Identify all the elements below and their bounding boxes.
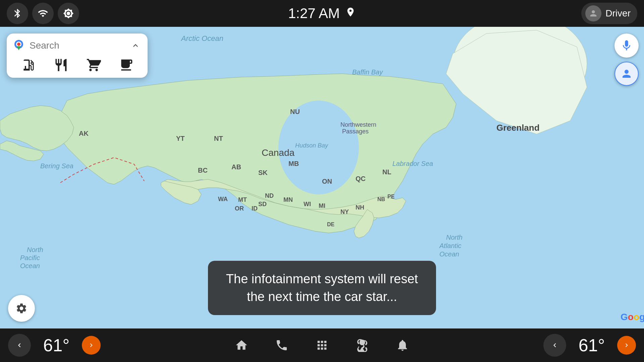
driver-label: Driver [605,8,631,19]
fan-button[interactable] [350,333,374,357]
svg-text:ID: ID [252,205,258,212]
search-categories [12,58,142,72]
svg-text:MN: MN [283,196,293,203]
svg-point-53 [17,43,20,46]
svg-text:WA: WA [218,196,228,202]
svg-text:OR: OR [235,205,244,212]
driver-avatar [585,5,601,21]
svg-text:MB: MB [288,160,299,167]
google-maps-logo [12,39,25,52]
voice-search-button[interactable] [614,34,639,58]
svg-text:North: North [27,246,43,253]
svg-text:Google: Google [621,312,644,322]
temp-increase-right-button[interactable] [617,336,636,355]
svg-text:Atlantic: Atlantic [439,242,462,249]
svg-text:Ocean: Ocean [439,250,459,258]
svg-text:DE: DE [327,222,335,227]
svg-text:Arctic Ocean: Arctic Ocean [180,34,223,43]
svg-text:NH: NH [356,204,364,211]
svg-text:SD: SD [258,201,267,207]
svg-text:Baffin Bay: Baffin Bay [352,68,383,76]
svg-text:ND: ND [265,192,274,199]
system-toast: The infotainment system will reset the n… [208,261,436,315]
time-display: 1:27 AM [288,5,340,21]
svg-text:AB: AB [231,163,241,171]
top-bar: 1:27 AM Driver [0,0,644,27]
svg-text:Labrador Sea: Labrador Sea [392,160,433,167]
home-button[interactable] [229,333,254,357]
search-input-label[interactable]: Search [30,40,125,51]
svg-text:NT: NT [214,135,223,142]
svg-text:NL: NL [382,168,391,176]
driver-button[interactable]: Driver [581,3,637,24]
svg-text:QC: QC [356,175,366,182]
left-temperature-display: 61° [36,335,76,355]
toast-text: The infotainment system will reset the n… [226,272,418,304]
user-profile-button[interactable] [614,62,639,86]
phone-button[interactable] [270,333,294,357]
top-bar-right: Driver [581,3,637,24]
svg-text:NU: NU [290,108,300,115]
temp-decrease-right-button[interactable] [543,334,566,357]
svg-text:Bering Sea: Bering Sea [40,162,73,170]
search-collapse-button[interactable] [129,39,142,52]
bluetooth-button[interactable] [7,3,28,24]
gas-station-button[interactable] [21,58,36,72]
svg-text:ON: ON [322,178,332,185]
bottom-center-nav [229,333,415,357]
svg-text:AK: AK [79,130,89,137]
svg-text:WI: WI [304,201,311,207]
temp-increase-left-button[interactable] [82,336,101,355]
search-widget: Search [7,34,148,78]
svg-text:Greenland: Greenland [496,123,540,133]
left-temp-section: 61° [8,334,101,357]
svg-text:Northwestern: Northwestern [340,121,376,128]
notifications-button[interactable] [390,333,415,357]
grocery-button[interactable] [86,58,101,72]
svg-text:PE: PE [387,194,395,199]
right-temperature-display: 61° [572,335,612,355]
svg-text:Canada: Canada [262,147,295,158]
svg-text:Pacific: Pacific [20,254,40,261]
apps-grid-button[interactable] [310,333,334,357]
brightness-button[interactable] [58,3,79,24]
svg-text:NB: NB [377,196,385,202]
top-bar-left-icons [7,3,79,24]
svg-text:Ocean: Ocean [20,262,40,269]
wifi-button[interactable] [32,3,54,24]
svg-text:NY: NY [340,208,349,215]
location-pin-icon [345,5,356,21]
svg-text:Passages: Passages [342,128,369,135]
svg-text:YT: YT [176,135,185,142]
svg-text:MT: MT [238,196,247,203]
right-temp-section: 61° [543,334,636,357]
map-action-buttons [614,34,639,86]
svg-text:MI: MI [319,202,325,209]
svg-text:SK: SK [258,169,268,176]
settings-button[interactable] [8,295,35,322]
restaurant-button[interactable] [54,58,68,72]
top-center: 1:27 AM [288,5,356,21]
bottom-bar: 61° [0,328,644,362]
search-bar[interactable]: Search [12,39,142,52]
temp-decrease-left-button[interactable] [8,334,31,357]
svg-text:BC: BC [198,167,208,174]
svg-text:North: North [446,234,463,241]
svg-text:Hudson Bay: Hudson Bay [295,142,328,149]
cafe-button[interactable] [119,58,133,72]
